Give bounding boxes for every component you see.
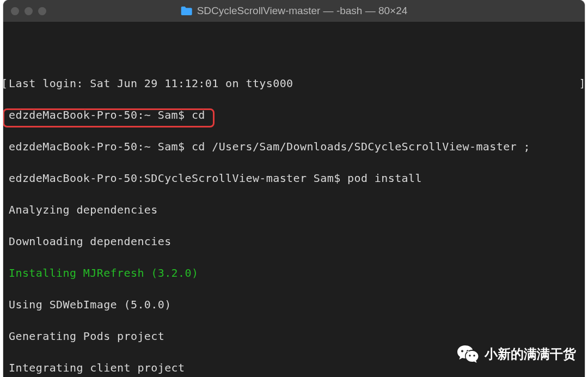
terminal-window: SDCycleScrollView-master — -bash — 80×24… (3, 0, 585, 377)
maximize-button[interactable] (38, 7, 46, 15)
terminal-line: Analyzing dependencies (9, 202, 579, 218)
terminal-output[interactable]: [ ] Last login: Sat Jun 29 11:12:01 on t… (3, 22, 585, 377)
minimize-button[interactable] (24, 7, 33, 15)
terminal-line: Last login: Sat Jun 29 11:12:01 on ttys0… (9, 76, 579, 92)
wechat-icon (456, 342, 480, 366)
watermark-text: 小新的满满干货 (485, 345, 576, 363)
terminal-line: Downloading dependencies (9, 234, 579, 250)
terminal-line: edzdeMacBook-Pro-50:~ Sam$ cd /Users/Sam… (9, 139, 579, 155)
terminal-line: Using SDWebImage (5.0.0) (9, 297, 579, 313)
window-title-text: SDCycleScrollView-master — -bash — 80×24 (197, 5, 408, 17)
terminal-line-installing: Installing MJRefresh (3.2.0) (9, 265, 579, 281)
terminal-line: edzdeMacBook-Pro-50:~ Sam$ cd (9, 107, 579, 123)
window-title: SDCycleScrollView-master — -bash — 80×24 (181, 5, 408, 17)
bracket-left: [ (3, 76, 8, 92)
window-titlebar: SDCycleScrollView-master — -bash — 80×24 (3, 0, 585, 22)
bracket-right: ] (579, 76, 585, 92)
watermark: 小新的满满干货 (456, 342, 576, 366)
traffic-lights (11, 7, 46, 15)
terminal-line: edzdeMacBook-Pro-50:SDCycleScrollView-ma… (9, 171, 579, 186)
close-button[interactable] (11, 7, 19, 15)
folder-icon (181, 6, 193, 16)
